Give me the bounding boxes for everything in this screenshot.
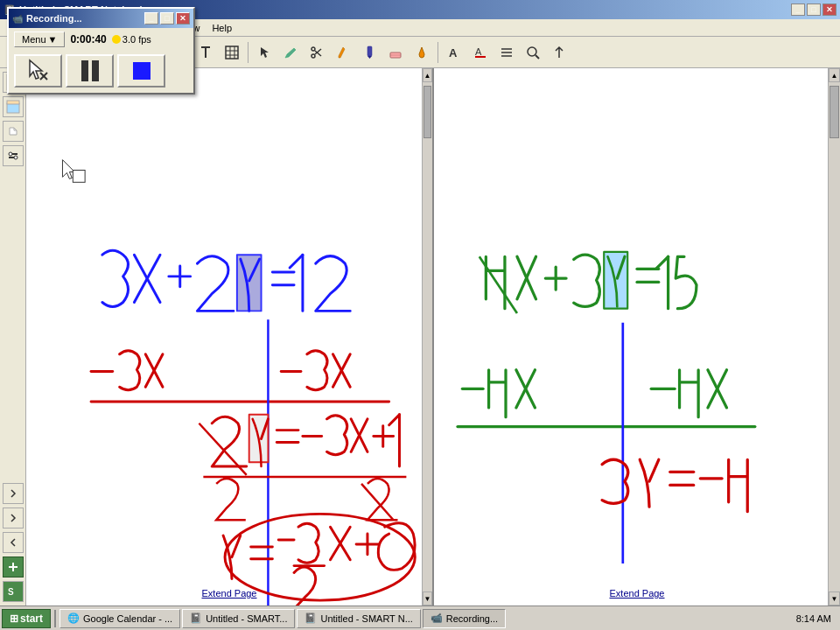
- right-extend-link[interactable]: Extend Page: [610, 588, 665, 598]
- sidebar-gallery-btn[interactable]: [3, 96, 24, 117]
- lines-button[interactable]: [494, 40, 519, 65]
- svg-rect-103: [81, 60, 88, 81]
- recording-icon-taskbar: 📹: [430, 612, 443, 624]
- start-button[interactable]: ⊞ start: [2, 609, 51, 628]
- text-style-button[interactable]: A: [468, 40, 493, 65]
- scroll-thumb[interactable]: [424, 86, 431, 138]
- recording-menu-label: Menu: [22, 34, 46, 45]
- zoom-button[interactable]: [521, 40, 545, 65]
- taskbar-sep: [54, 610, 56, 627]
- expand-button[interactable]: [547, 40, 571, 65]
- svg-text:A: A: [449, 46, 458, 60]
- fps-dot: [112, 35, 121, 44]
- svg-point-39: [14, 156, 18, 159]
- svg-rect-12: [226, 46, 238, 59]
- svg-point-31: [528, 47, 536, 56]
- svg-text:A: A: [475, 46, 482, 57]
- canvas-area: ▲ ▼ Extend Page: [26, 68, 840, 606]
- svg-rect-34: [7, 103, 19, 113]
- system-clock: 8:14 AM: [789, 613, 838, 624]
- recording-maximize-btn[interactable]: □: [160, 12, 174, 24]
- app-window: 📓 Untitled - SMART Notebook _ □ ✕ File E…: [0, 0, 840, 630]
- svg-point-17: [312, 54, 315, 58]
- smart-label-1: Untitled - SMART...: [206, 613, 287, 624]
- recording-fps-indicator: 3.0 fps: [112, 34, 151, 45]
- recording-fps-label: 3.0 fps: [122, 34, 151, 45]
- svg-point-18: [312, 47, 315, 51]
- sidebar-smart-btn[interactable]: S: [3, 581, 24, 602]
- left-page: ▲ ▼ Extend Page: [26, 68, 434, 606]
- sidebar-add-btn[interactable]: [3, 556, 24, 578]
- taskbar-recording[interactable]: 📹 Recording...: [423, 609, 506, 628]
- fill-tool[interactable]: [410, 40, 434, 65]
- recording-window-controls: _ □ ✕: [144, 12, 190, 24]
- scroll-up-arrow[interactable]: ▲: [423, 68, 432, 82]
- recording-minimize-btn[interactable]: _: [144, 12, 158, 24]
- text-format-button[interactable]: A: [442, 40, 466, 65]
- recording-time-display: 0:00:40: [70, 33, 106, 46]
- left-sidebar: S: [0, 68, 26, 606]
- smart-label-2: Untitled - SMART N...: [320, 613, 412, 624]
- sidebar-collapse-btn[interactable]: [3, 508, 24, 528]
- right-page-scrollbar[interactable]: ▲ ▼: [828, 68, 840, 606]
- svg-text:S: S: [8, 587, 14, 597]
- taskbar-untitled-smart-1[interactable]: 📓 Untitled - SMART...: [182, 609, 295, 628]
- svg-line-32: [536, 55, 539, 59]
- recording-menu-arrow: ▼: [48, 34, 58, 45]
- right-page-content: [434, 68, 840, 606]
- maximize-button[interactable]: □: [807, 4, 821, 16]
- sidebar-attachment-btn[interactable]: [3, 121, 24, 142]
- left-extend-link[interactable]: Extend Page: [202, 588, 257, 598]
- menu-help[interactable]: Help: [206, 22, 237, 34]
- scroll-down-arrow[interactable]: ▼: [423, 592, 432, 606]
- crayon-tool[interactable]: [331, 40, 355, 65]
- recording-window: 📹 Recording... _ □ ✕ Menu ▼ 0:00:40 3.0 …: [7, 7, 195, 94]
- smart-icon-1: 📓: [190, 612, 202, 624]
- window-controls: _ □ ✕: [791, 4, 836, 16]
- minimize-button[interactable]: _: [791, 4, 805, 16]
- left-page-content: [26, 68, 432, 606]
- recording-close-btn[interactable]: ✕: [176, 12, 190, 24]
- close-button[interactable]: ✕: [822, 4, 836, 16]
- recording-titlebar: 📹 Recording... _ □ ✕: [9, 9, 193, 28]
- svg-rect-105: [133, 62, 150, 80]
- svg-point-38: [9, 152, 12, 156]
- recording-menu-button[interactable]: Menu ▼: [14, 32, 65, 47]
- recording-window-title: Recording...: [26, 13, 82, 24]
- taskbar: ⊞ start 🌐 Google Calendar - ... 📓 Untitl…: [0, 606, 840, 630]
- text-tool[interactable]: [193, 40, 218, 65]
- right-scroll-thumb[interactable]: [830, 86, 839, 138]
- google-calendar-label: Google Calendar - ...: [83, 613, 172, 624]
- right-scroll-down-arrow[interactable]: ▼: [829, 592, 840, 606]
- right-page: ▲ ▼ Extend Page: [434, 68, 840, 606]
- recording-label-taskbar: Recording...: [446, 613, 498, 624]
- recording-window-icon: 📹: [12, 14, 23, 24]
- right-scroll-up-arrow[interactable]: ▲: [829, 68, 840, 82]
- svg-rect-51: [73, 170, 85, 182]
- taskbar-untitled-smart-2[interactable]: 📓 Untitled - SMART N...: [297, 609, 420, 628]
- taskbar-google-calendar[interactable]: 🌐 Google Calendar - ...: [60, 609, 180, 628]
- pause-button[interactable]: [66, 54, 114, 88]
- start-icon: ⊞: [10, 612, 18, 625]
- recording-title-section: 📹 Recording...: [12, 13, 82, 24]
- marker-tool[interactable]: [357, 40, 382, 65]
- recording-controls: [9, 51, 193, 93]
- table-tool[interactable]: [220, 40, 244, 65]
- google-calendar-icon: 🌐: [67, 612, 80, 624]
- svg-rect-35: [7, 101, 19, 104]
- sidebar-arrow-btn[interactable]: [3, 483, 24, 504]
- smart-icon-2: 📓: [304, 612, 317, 624]
- scissors-tool[interactable]: [304, 40, 329, 65]
- start-label: start: [20, 612, 43, 625]
- stop-button[interactable]: [117, 54, 165, 88]
- pen-tool[interactable]: [278, 40, 303, 65]
- toolbar-sep-2: [248, 42, 248, 63]
- sidebar-expand-btn[interactable]: [3, 532, 24, 553]
- record-button[interactable]: [14, 54, 62, 88]
- sidebar-properties-btn[interactable]: [3, 145, 24, 166]
- eraser-tool[interactable]: [383, 40, 408, 65]
- select-tool[interactable]: [252, 40, 276, 65]
- svg-marker-22: [368, 56, 372, 59]
- left-page-scrollbar[interactable]: ▲ ▼: [422, 68, 432, 606]
- svg-rect-104: [92, 60, 99, 81]
